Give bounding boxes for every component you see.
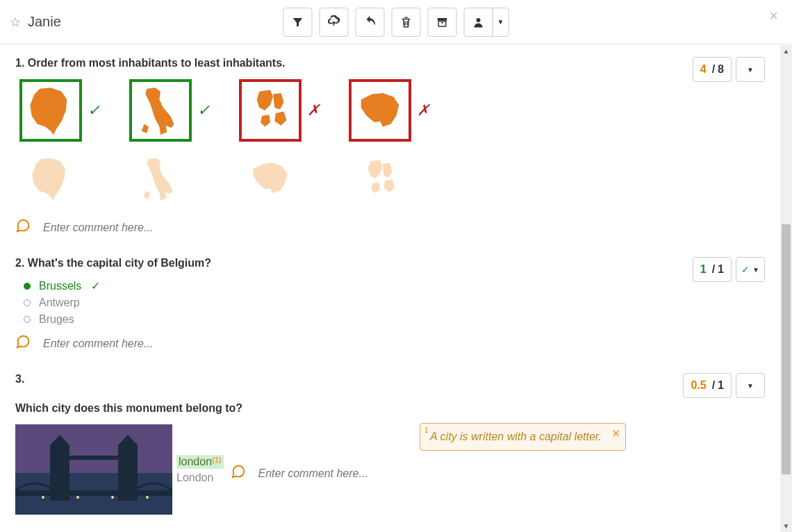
svg-rect-2 [15, 424, 172, 473]
comment-icon[interactable] [15, 334, 31, 354]
comment-row-inline [231, 464, 536, 483]
comment-row [15, 334, 765, 354]
country-france[interactable] [19, 79, 82, 142]
question-text: What's the capital city of Belgium? [28, 257, 211, 269]
svg-point-10 [42, 496, 44, 499]
delete-button[interactable] [392, 8, 421, 37]
annotation-close-icon[interactable]: × [612, 426, 620, 441]
answer-column: london(1) London [176, 455, 224, 484]
mc-options: Brussels ✓ Antwerp Bruges [24, 279, 765, 326]
italy-shape [133, 83, 188, 138]
france-shape [24, 83, 78, 138]
student-answer[interactable]: london(1) [176, 455, 224, 469]
cloud-download-icon [327, 15, 341, 29]
option-brussels[interactable]: Brussels ✓ [24, 279, 765, 292]
comment-input[interactable] [43, 222, 321, 234]
score-display[interactable]: 1 / 1 [693, 257, 732, 282]
comment-icon[interactable] [231, 464, 246, 483]
user-button[interactable] [464, 8, 493, 37]
annotation-text: A city is written with a capital letter. [430, 431, 602, 442]
option-label: Bruges [39, 313, 74, 326]
undo-icon [363, 15, 377, 29]
scrollbar-up-icon[interactable]: ▲ [780, 45, 792, 57]
score-earned: 4 [700, 63, 707, 76]
scrollbar[interactable]: ▲ ▼ [780, 45, 792, 532]
comment-icon[interactable] [15, 218, 31, 238]
svg-point-12 [111, 496, 114, 499]
annotation-reference: (1) [212, 456, 221, 464]
comment-input[interactable] [258, 467, 536, 480]
annotation-number: 1 [424, 426, 429, 434]
radio-selected-icon [24, 283, 31, 290]
score-dropdown[interactable]: ▼ [736, 57, 765, 82]
score-display[interactable]: 0.5 / 1 [683, 373, 732, 398]
score-earned: 1 [700, 263, 707, 276]
question-text: Order from most inhabitants to least inh… [28, 57, 286, 69]
speech-bubble-icon [15, 334, 31, 349]
scrollbar-thumb[interactable] [782, 224, 791, 474]
annotation-box: 1 A city is written with a capital lette… [420, 423, 626, 451]
svg-point-1 [477, 18, 481, 22]
user-button-group: ▼ [464, 8, 509, 37]
question-number: 3. [15, 373, 24, 385]
user-dropdown-button[interactable]: ▼ [493, 8, 509, 37]
student-name: Janie [28, 14, 61, 30]
monument-image [15, 424, 172, 515]
trash-icon [400, 16, 413, 28]
svg-rect-0 [438, 18, 447, 21]
content-area: 1. Order from most inhabitants to least … [0, 44, 780, 532]
radio-unselected-icon [24, 316, 31, 323]
filter-button[interactable] [283, 8, 313, 37]
score-dropdown[interactable]: ▼ [736, 373, 765, 398]
scrollbar-down-icon[interactable]: ▼ [780, 520, 792, 532]
close-icon[interactable]: × [769, 7, 778, 25]
student-answer-row: ✓ ✓ ✗ ✗ [19, 79, 765, 142]
speech-bubble-icon [231, 464, 246, 479]
score-total: 8 [718, 63, 724, 76]
score-total: 1 [718, 379, 724, 392]
score-separator: / [712, 379, 715, 392]
star-icon[interactable]: ☆ [10, 15, 21, 30]
country-belgium-faded [239, 147, 302, 210]
score-separator: / [712, 263, 715, 276]
svg-point-13 [146, 496, 149, 499]
question-text: Which city does this monument belong to? [15, 402, 242, 414]
option-bruges[interactable]: Bruges [24, 313, 765, 326]
archive-button[interactable] [428, 8, 457, 37]
q3-body: london(1) London [15, 424, 765, 515]
toolbar: ▼ [283, 8, 509, 37]
question-title: 3. [15, 373, 765, 385]
check-mark-icon: ✓ [88, 101, 100, 119]
correct-item-belgium [239, 147, 320, 210]
country-denmark[interactable] [239, 79, 302, 142]
question-2: 2. What's the capital city of Belgium? 1… [15, 257, 765, 354]
correct-item-italy [129, 147, 210, 210]
question-1: 1. Order from most inhabitants to least … [15, 57, 765, 238]
question-subtitle: Which city does this monument belong to? [15, 402, 765, 415]
country-belgium[interactable] [349, 79, 411, 142]
check-mark-icon: ✓ [91, 279, 100, 292]
belgium-shape [246, 154, 295, 203]
france-shape [26, 154, 75, 203]
country-italy-faded [129, 147, 192, 210]
header: ☆ Janie ▼ × [0, 0, 792, 44]
option-antwerp[interactable]: Antwerp [24, 297, 765, 309]
option-label: Brussels [39, 280, 81, 292]
download-button[interactable] [320, 8, 349, 37]
score-display[interactable]: 4 / 8 [693, 57, 732, 82]
denmark-shape [356, 154, 404, 203]
score-separator: / [712, 63, 715, 76]
comment-row [15, 218, 765, 238]
question-title: 2. What's the capital city of Belgium? [15, 257, 765, 269]
undo-button[interactable] [356, 8, 385, 37]
check-mark-icon: ✓ [741, 264, 750, 275]
score-dropdown[interactable]: ✓ ▼ [736, 257, 765, 282]
question-number: 1. [15, 57, 24, 69]
check-mark-icon: ✓ [197, 101, 210, 119]
svg-point-11 [76, 496, 79, 499]
comment-input[interactable] [43, 338, 321, 350]
answer-item-belgium: ✗ [349, 79, 429, 142]
country-italy[interactable] [129, 79, 192, 142]
score-box: 4 / 8 ▼ [693, 57, 765, 82]
student-answer-text: london [179, 456, 212, 468]
